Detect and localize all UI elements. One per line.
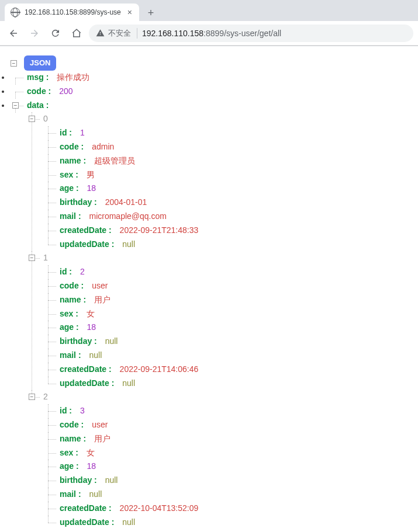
- json-value: admin: [92, 142, 114, 151]
- json-value: 操作成功: [57, 72, 89, 82]
- globe-icon: [11, 8, 20, 17]
- json-key: sex: [60, 448, 73, 457]
- json-property: updatedDate : null: [60, 378, 135, 388]
- collapse-toggle[interactable]: −: [29, 394, 35, 400]
- json-property: age : 18: [60, 322, 96, 332]
- json-property: mail : null: [60, 489, 102, 499]
- json-property: name : 用户: [60, 434, 110, 443]
- json-property: mail : micromaple@qq.com: [60, 211, 167, 221]
- json-value: null: [105, 475, 118, 485]
- arrow-left-icon: [8, 28, 19, 39]
- json-key: mail: [60, 350, 76, 360]
- home-icon: [71, 28, 82, 39]
- security-indicator[interactable]: 不安全: [96, 28, 137, 39]
- json-key: createdDate: [60, 364, 106, 374]
- json-key: age: [60, 461, 74, 471]
- json-value: 18: [87, 183, 96, 193]
- json-property: updatedDate : null: [60, 239, 135, 249]
- json-property: sex : 女: [60, 448, 95, 457]
- json-value: 18: [87, 322, 96, 332]
- json-key: name: [60, 156, 81, 165]
- url-port: :8899: [203, 29, 224, 38]
- json-value: null: [122, 239, 135, 249]
- back-button[interactable]: [5, 25, 22, 42]
- json-property: code : user: [60, 281, 108, 290]
- json-key: data: [27, 100, 44, 110]
- json-property: code : admin: [60, 142, 114, 151]
- json-value: null: [105, 336, 118, 346]
- json-key: createdDate: [60, 225, 106, 235]
- json-node: 2: [43, 392, 48, 401]
- warning-icon: [96, 29, 105, 37]
- json-property: sex : 女: [60, 309, 95, 318]
- json-property: createdDate : 2022-09-21T21:48:33: [60, 225, 198, 235]
- json-key: mail: [60, 211, 76, 221]
- url-host: 192.168.110.158: [142, 29, 203, 38]
- tab-bar: 192.168.110.158:8899/sys-use × +: [0, 0, 418, 21]
- close-icon[interactable]: ×: [126, 8, 133, 17]
- json-key: updatedDate: [60, 378, 109, 388]
- json-value: micromaple@qq.com: [89, 211, 166, 221]
- tab-title: 192.168.110.158:8899/sys-use: [25, 8, 122, 16]
- json-value: 用户: [94, 295, 110, 304]
- json-value: user: [92, 281, 108, 290]
- json-viewer: − JSON msg : 操作成功code : 200−data : −0id …: [0, 46, 418, 532]
- collapse-toggle[interactable]: −: [29, 116, 35, 122]
- new-tab-button[interactable]: +: [143, 5, 159, 21]
- json-key: mail: [60, 489, 76, 499]
- json-key: name: [60, 434, 81, 443]
- json-node: 1: [43, 253, 48, 262]
- json-index: 1: [43, 253, 48, 262]
- forward-button[interactable]: [26, 25, 43, 42]
- json-property: age : 18: [60, 183, 96, 193]
- json-value: null: [89, 350, 102, 360]
- json-property: age : 18: [60, 461, 96, 471]
- json-key: age: [60, 322, 74, 332]
- reload-button[interactable]: [47, 25, 64, 42]
- json-property: birthday : null: [60, 336, 118, 346]
- json-node: 0: [43, 114, 48, 123]
- url-text: 192.168.110.158:8899/sys-user/get/all: [142, 29, 281, 38]
- json-value: 3: [80, 406, 85, 415]
- url-path: /sys-user/get/all: [224, 29, 281, 38]
- json-key: id: [60, 406, 67, 415]
- json-property: name : 用户: [60, 295, 110, 304]
- json-property: mail : null: [60, 350, 102, 360]
- json-value: 18: [87, 461, 96, 471]
- json-key: name: [60, 295, 81, 304]
- json-key: code: [60, 142, 79, 151]
- json-key: code: [60, 281, 79, 290]
- json-key: birthday: [60, 336, 92, 346]
- reload-icon: [50, 28, 61, 39]
- json-value: null: [89, 489, 102, 499]
- json-key: createdDate: [60, 503, 106, 513]
- json-value: 女: [87, 448, 95, 457]
- collapse-toggle[interactable]: −: [11, 60, 17, 67]
- json-value: 男: [87, 170, 95, 179]
- json-key: updatedDate: [60, 239, 109, 249]
- address-bar[interactable]: 不安全 192.168.110.158:8899/sys-user/get/al…: [89, 25, 413, 42]
- json-key: sex: [60, 309, 73, 318]
- json-key: code: [60, 420, 79, 429]
- json-key: msg: [27, 72, 44, 82]
- home-button[interactable]: [68, 25, 85, 42]
- browser-tab[interactable]: 192.168.110.158:8899/sys-use ×: [5, 4, 139, 21]
- json-key: birthday: [60, 197, 92, 207]
- json-property: createdDate : 2022-10-04T13:52:09: [60, 503, 198, 513]
- collapse-toggle[interactable]: −: [29, 255, 35, 261]
- json-property: birthday : null: [60, 475, 118, 485]
- json-root: − JSON: [11, 55, 418, 71]
- json-key: sex: [60, 170, 73, 179]
- json-property: id : 2: [60, 267, 85, 276]
- json-key: birthday: [60, 475, 92, 485]
- json-property: id : 3: [60, 406, 85, 415]
- json-property: code : 200: [27, 86, 73, 96]
- json-badge: JSON: [24, 55, 56, 71]
- json-node: data :: [27, 100, 54, 110]
- json-value: 女: [87, 309, 95, 318]
- json-value: user: [92, 420, 108, 429]
- toolbar: 不安全 192.168.110.158:8899/sys-user/get/al…: [0, 21, 418, 46]
- collapse-toggle[interactable]: −: [12, 102, 19, 109]
- json-value: null: [122, 517, 135, 527]
- json-tree: msg : 操作成功code : 200−data : −0id : 1code…: [11, 71, 418, 529]
